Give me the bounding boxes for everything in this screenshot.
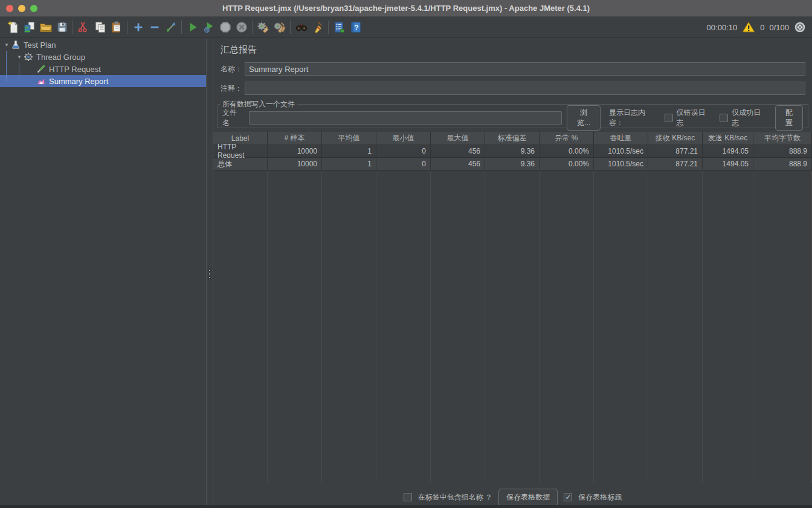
tree-guide-line [19,63,19,82]
table-cell[interactable]: 888.9 [753,158,812,171]
toggle-button[interactable] [163,19,179,36]
paste-button[interactable] [108,19,124,36]
errors-only-checkbox[interactable] [665,114,673,122]
clear-button[interactable] [255,19,271,36]
successes-only-label: 仅成功日志 [732,108,768,128]
start-no-pauses-button[interactable] [201,19,217,36]
comments-label: 注释： [221,83,245,94]
close-window-button[interactable] [6,5,13,12]
panel-splitter[interactable] [206,39,213,508]
table-cell[interactable]: 0.00% [540,158,594,171]
table-column-header[interactable]: 发送 KB/sec [703,132,753,145]
warning-icon[interactable] [742,21,755,34]
collapse-all-button[interactable] [146,19,163,36]
minimize-window-button[interactable] [18,5,25,12]
help-button[interactable]: ? [347,19,364,36]
filename-input[interactable] [249,111,562,125]
table-empty-column [594,171,648,483]
table-cell[interactable]: 10000 [268,145,322,158]
table-cell[interactable]: 1 [322,158,376,171]
template-icon [23,21,36,34]
include-group-name-checkbox[interactable] [404,493,412,501]
name-input[interactable] [245,62,805,76]
table-cell[interactable]: 1 [322,145,376,158]
table-cell[interactable]: 877.21 [648,158,703,171]
table-cell[interactable]: 456 [431,158,485,171]
table-column-header[interactable]: 最小值 [376,132,431,145]
table-column-header[interactable]: # 样本 [268,132,322,145]
table-cell[interactable]: 9.36 [485,145,540,158]
open-file-button[interactable] [37,19,54,36]
log-display-label: 显示日志内容： [609,108,660,128]
comments-input[interactable] [245,82,805,95]
table-column-header[interactable]: 吞吐量 [594,132,648,145]
help-icon: ? [349,21,362,34]
table-cell[interactable]: 9.36 [485,158,540,171]
tree-item-test-plan[interactable]: ▾ Test Plan [0,39,206,51]
tree-item-http-request[interactable]: HTTP Request [0,63,206,75]
table-empty-column [376,171,431,483]
copy-icon [94,21,107,34]
successes-only-checkbox[interactable] [720,114,728,122]
table-empty-column [322,171,376,483]
traffic-lights [6,5,37,12]
start-button[interactable] [184,19,201,36]
table-column-header[interactable]: 标准偏差 [485,132,540,145]
table-empty-column [540,171,594,483]
table-column-header[interactable]: 平均值 [322,132,376,145]
page-title: 汇总报告 [221,44,257,56]
table-empty-column [213,171,268,483]
clear-all-button[interactable] [271,19,288,36]
table-cell[interactable]: 877.21 [648,145,703,158]
table-column-header[interactable]: 最大值 [431,132,485,145]
reset-search-button[interactable] [309,19,326,36]
shutdown-icon [235,21,248,34]
collapse-chevron-icon[interactable]: ▾ [15,54,24,60]
table-cell[interactable]: 1010.5/sec [594,158,648,171]
table-cell[interactable]: 1494.05 [703,158,753,171]
table-cell[interactable]: 1010.5/sec [594,145,648,158]
function-helper-button[interactable] [331,19,347,36]
collapse-chevron-icon[interactable]: ▾ [2,42,11,48]
tree-item-label: Test Plan [24,41,56,50]
browse-button[interactable]: 浏览... [567,105,601,131]
tree-item-thread-group[interactable]: ▾ Thread Group [0,51,206,63]
save-table-header-checkbox[interactable]: ✓ [564,493,572,501]
table-cell[interactable]: 10000 [268,158,322,171]
configure-button[interactable]: 配置 [775,105,803,131]
expand-all-button[interactable] [130,19,146,36]
table-empty-column [268,171,322,483]
window-title: HTTP Request.jmx (/Users/bryan31/apache-… [222,4,590,13]
table-cell[interactable]: 1494.05 [703,145,753,158]
search-button[interactable] [293,19,309,36]
table-column-header[interactable]: 异常 % [540,132,594,145]
table-cell[interactable]: 总体 [213,158,268,171]
splitter-grip[interactable] [208,269,211,279]
zoom-window-button[interactable] [30,5,37,12]
cut-button[interactable] [76,19,92,36]
name-label: 名称： [221,64,245,74]
save-button[interactable] [54,19,70,36]
thread-status-sphere-icon [794,21,806,33]
table-cell[interactable]: 0 [376,158,431,171]
table-cell[interactable]: 0 [376,145,431,158]
table-column-header[interactable]: 平均字节数 [753,132,812,145]
new-file-button[interactable] [5,19,21,36]
save-icon [56,21,69,34]
table-cell[interactable]: HTTP Request [213,145,268,158]
binoculars-icon [295,21,308,34]
toolbar-separator [181,21,182,34]
shutdown-button[interactable] [233,19,250,36]
http-request-icon [36,64,46,74]
stop-button[interactable] [217,19,233,36]
start-icon [186,21,199,34]
table-footer-controls: 在标签中包含组名称 ？ 保存表格数据 ✓ 保存表格标题 [213,487,812,507]
table-cell[interactable]: 456 [431,145,485,158]
table-cell[interactable]: 0.00% [540,145,594,158]
save-table-data-button[interactable]: 保存表格数据 [498,489,558,506]
table-column-header[interactable]: 接收 KB/sec [648,132,703,145]
table-cell[interactable]: 888.9 [753,145,812,158]
open-template-button[interactable] [21,19,37,36]
copy-button[interactable] [92,19,108,36]
tree-item-summary-report[interactable]: Summary Report [0,75,206,87]
